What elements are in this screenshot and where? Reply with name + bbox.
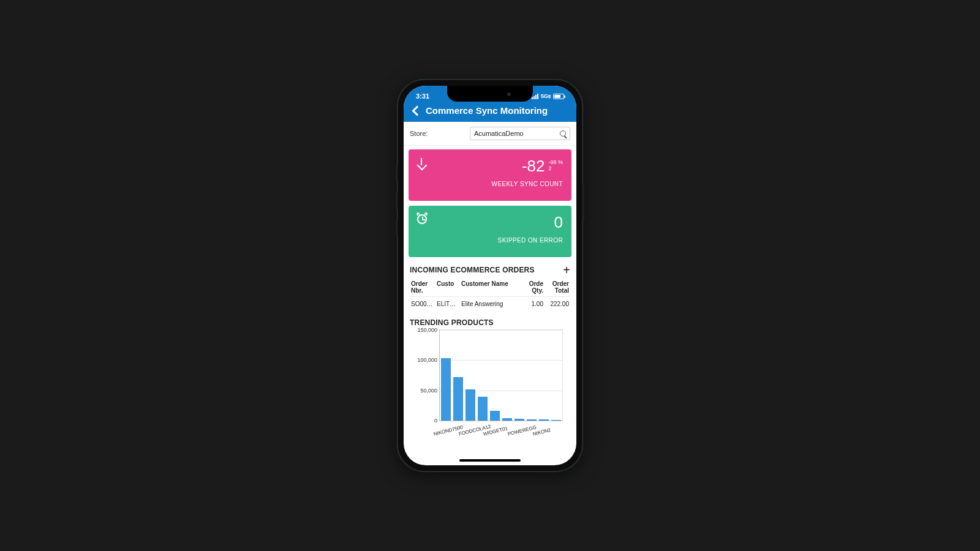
add-order-icon[interactable]: + [563,266,570,274]
chart-bar[interactable] [478,397,488,421]
chart-bar[interactable] [502,418,512,421]
signal-icon [532,94,538,99]
chart-bar[interactable] [527,419,537,421]
sync-label: WEEKLY SYNC COUNT [417,181,563,187]
phone-frame: 3:31 5Gᴇ Commerce Sync Monitoring Store:… [398,80,582,471]
y-tick: 100,000 [410,357,437,363]
back-icon[interactable] [412,105,423,116]
store-value: AcumaticaDemo [474,130,524,137]
chart-bar[interactable] [453,377,463,421]
sync-delta: -98 %2 [548,157,563,171]
status-right: 5Gᴇ [532,93,564,99]
chart-bar[interactable] [539,419,549,421]
home-indicator[interactable] [459,459,521,462]
col-order-nbr[interactable]: Order Nbr. [410,278,435,297]
store-select[interactable]: AcumaticaDemo [470,127,570,140]
chart-bar[interactable] [490,411,500,421]
kpi-cards: -82 -98 %2 WEEKLY SYNC COUNT 0 SK [404,146,576,261]
col-customer[interactable]: Custo [435,278,460,297]
orders-header-row: Order Nbr. Custo Customer Name Orde Qty.… [410,278,570,297]
orders-table: Order Nbr. Custo Customer Name Orde Qty.… [410,278,570,311]
arrow-down-icon [417,158,426,167]
chart-bar[interactable] [551,420,561,421]
skipped-error-card[interactable]: 0 SKIPPED ON ERROR [409,206,571,257]
orders-title: INCOMING ECOMMERCE ORDERS [410,266,535,274]
y-tick: 150,000 [410,327,437,333]
trending-chart: 050,000100,000150,000 NIKOND7500FOODCOLA… [410,327,570,449]
status-time: 3:31 [416,92,429,100]
store-label: Store: [410,130,465,137]
app-screen: 3:31 5Gᴇ Commerce Sync Monitoring Store:… [404,86,576,465]
col-order-qty[interactable]: Orde Qty. [522,278,545,297]
trending-section: TRENDING PRODUCTS 050,000100,000150,000 … [404,313,576,452]
skipped-label: SKIPPED ON ERROR [417,237,563,244]
sync-value: -82 [522,157,545,176]
battery-icon [553,94,564,99]
network-label: 5Gᴇ [541,93,551,99]
orders-section: INCOMING ECOMMERCE ORDERS + Order Nbr. C… [404,261,576,313]
alarm-clock-icon [417,214,427,224]
search-icon [560,130,566,137]
chart-bar[interactable] [441,358,451,421]
device-notch [447,86,533,102]
chart-bar[interactable] [514,419,524,421]
store-selector-row: Store: AcumaticaDemo [404,122,576,146]
skipped-value: 0 [554,213,563,232]
table-row[interactable]: SO00… ELIT… Elite Answering 1.00 222.00 [410,297,570,312]
chart-bar[interactable] [466,389,475,421]
page-title: Commerce Sync Monitoring [426,105,548,116]
title-row: Commerce Sync Monitoring [410,102,570,116]
y-tick: 0 [410,418,437,424]
y-tick: 50,000 [410,388,437,394]
weekly-sync-card[interactable]: -82 -98 %2 WEEKLY SYNC COUNT [409,149,571,201]
col-order-total[interactable]: Order Total [545,278,570,297]
col-customer-name[interactable]: Customer Name [460,278,522,297]
trending-title: TRENDING PRODUCTS [410,318,494,327]
